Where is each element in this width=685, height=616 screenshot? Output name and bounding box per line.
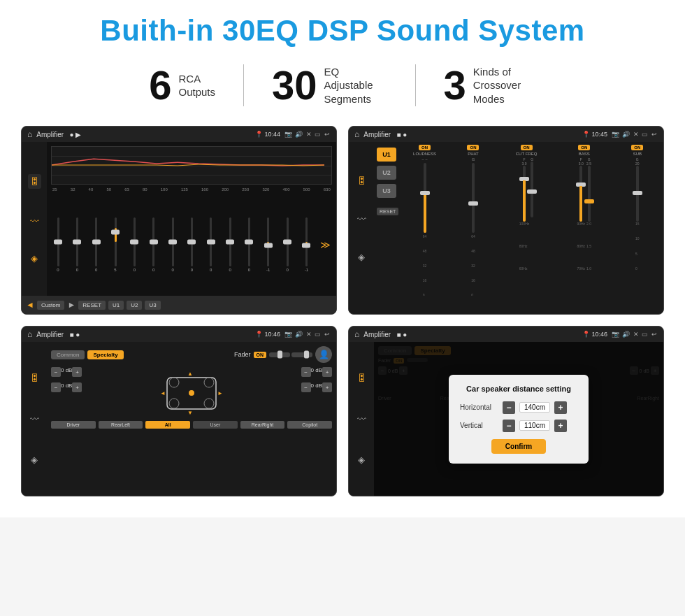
stat-eq-text: EQ AdjustableSegments bbox=[324, 65, 387, 106]
eq-slider-track-9[interactable] bbox=[229, 217, 231, 266]
cutfreq-on-btn[interactable]: ON bbox=[521, 145, 533, 150]
fader-h-thumb-2[interactable] bbox=[304, 351, 309, 359]
eq-slider-thumb-7[interactable] bbox=[187, 239, 196, 244]
cutfreq-f-track[interactable] bbox=[523, 166, 526, 222]
fader-sidebar-icon-1[interactable]: 🎛 bbox=[30, 373, 39, 383]
dialog-confirm-button[interactable]: Confirm bbox=[491, 439, 546, 454]
dialog-sidebar-icon-2[interactable]: 〰 bbox=[357, 414, 366, 424]
eq-slider-track-2[interactable] bbox=[95, 217, 97, 266]
eq-slider-track-10[interactable] bbox=[248, 217, 250, 266]
eq-slider-thumb-13[interactable] bbox=[302, 243, 310, 248]
eq-slider-thumb-3[interactable] bbox=[111, 229, 120, 234]
stats-row: 6 RCAOutputs 30 EQ AdjustableSegments 3 … bbox=[21, 64, 664, 106]
fader-copilot-btn[interactable]: Copilot bbox=[287, 421, 332, 429]
fader-db-plus-3[interactable]: + bbox=[322, 367, 332, 377]
fader-sidebar-icon-2[interactable]: 〰 bbox=[30, 414, 39, 424]
eq-right-arrows[interactable]: ≫ bbox=[320, 239, 331, 250]
bass-g-track[interactable] bbox=[588, 166, 591, 222]
eq-sidebar-icon-1[interactable]: 🎛 bbox=[28, 174, 41, 189]
fader-driver-btn[interactable]: Driver bbox=[51, 421, 96, 429]
fader-specialty-tab[interactable]: Specialty bbox=[87, 350, 123, 359]
eq-slider-4: 0 bbox=[129, 217, 140, 272]
eq-slider-thumb-8[interactable] bbox=[207, 239, 215, 244]
eq-slider-thumb-0[interactable] bbox=[54, 239, 62, 244]
eq-slider-2: 0 bbox=[91, 217, 102, 272]
eq-sidebar-icon-3[interactable]: ◈ bbox=[31, 253, 38, 264]
eq-reset-btn[interactable]: RESET bbox=[78, 301, 106, 310]
dialog-horizontal-minus[interactable]: − bbox=[503, 401, 515, 414]
eq-slider-thumb-1[interactable] bbox=[73, 239, 81, 244]
eq-slider-track-7[interactable] bbox=[191, 217, 193, 266]
fader-db-minus-3[interactable]: − bbox=[301, 367, 311, 377]
phat-on-btn[interactable]: ON bbox=[467, 145, 479, 150]
eq-sidebar-icon-2[interactable]: 〰 bbox=[30, 216, 39, 227]
fader-db-minus-1[interactable]: − bbox=[51, 367, 61, 377]
eq-slider-thumb-2[interactable] bbox=[92, 239, 101, 244]
fader-db-plus-1[interactable]: + bbox=[72, 367, 82, 377]
eq-slider-track-13[interactable] bbox=[305, 217, 308, 266]
bass-on-btn[interactable]: ON bbox=[578, 145, 590, 150]
fader-rearright-btn[interactable]: RearRight bbox=[240, 421, 285, 429]
cross-sidebar-icon-1[interactable]: 🎛 bbox=[357, 176, 366, 186]
fader-car-diagram: ▲ ▼ ◄ ► bbox=[86, 367, 296, 420]
eq-slider-track-8[interactable] bbox=[210, 217, 212, 266]
eq-slider-track-3[interactable] bbox=[115, 217, 117, 266]
eq-slider-track-11[interactable] bbox=[267, 217, 269, 266]
bass-f-track[interactable] bbox=[579, 166, 582, 222]
fader-h-slider-1[interactable] bbox=[269, 352, 290, 357]
phat-slider-thumb[interactable] bbox=[468, 201, 478, 206]
loudness-slider-track[interactable] bbox=[424, 163, 426, 233]
fader-rearleft-btn[interactable]: RearLeft bbox=[99, 421, 143, 429]
loudness-on-btn[interactable]: ON bbox=[419, 145, 431, 150]
eq-slider-thumb-9[interactable] bbox=[226, 239, 234, 244]
cross-sidebar-icon-3[interactable]: ◈ bbox=[358, 252, 365, 262]
dialog-sidebar-icon-3[interactable]: ◈ bbox=[358, 454, 365, 465]
sub-thumb[interactable] bbox=[633, 191, 642, 195]
fader-h-thumb-1[interactable] bbox=[277, 351, 282, 359]
eq-slider-thumb-6[interactable] bbox=[168, 239, 177, 244]
cross-reset-btn[interactable]: RESET bbox=[377, 208, 398, 215]
fader-db-minus-2[interactable]: − bbox=[51, 382, 61, 392]
fader-sidebar-icon-3[interactable]: ◈ bbox=[31, 454, 38, 465]
cross-u1-btn[interactable]: U1 bbox=[377, 148, 396, 162]
dialog-sidebar-icon-1[interactable]: 🎛 bbox=[357, 373, 366, 383]
cross-u3-btn[interactable]: U3 bbox=[377, 184, 396, 198]
eq-u1-btn[interactable]: U1 bbox=[108, 301, 124, 310]
fader-db-plus-4[interactable]: + bbox=[322, 382, 332, 392]
fader-on-btn[interactable]: ON bbox=[254, 352, 267, 358]
eq-u3-btn[interactable]: U3 bbox=[145, 301, 160, 310]
eq-slider-track-0[interactable] bbox=[57, 217, 59, 266]
eq-slider-thumb-12[interactable] bbox=[283, 239, 291, 244]
fader-user-btn[interactable]: User bbox=[193, 421, 238, 429]
cutfreq-g-thumb[interactable] bbox=[527, 189, 537, 194]
eq-slider-thumb-4[interactable] bbox=[130, 239, 138, 244]
dialog-vertical-minus[interactable]: − bbox=[503, 420, 515, 432]
dialog-vertical-plus[interactable]: + bbox=[554, 420, 567, 432]
fader-all-btn[interactable]: All bbox=[145, 421, 190, 429]
eq-slider-track-1[interactable] bbox=[76, 217, 78, 266]
bass-g-thumb[interactable] bbox=[584, 199, 594, 203]
eq-slider-thumb-11[interactable] bbox=[264, 243, 273, 248]
fader-h-slider-2[interactable] bbox=[291, 352, 312, 357]
eq-slider-track-6[interactable] bbox=[172, 217, 174, 266]
fader-db-minus-4[interactable]: − bbox=[301, 382, 311, 392]
eq-slider-8: 0 bbox=[206, 217, 217, 272]
eq-slider-track-5[interactable] bbox=[152, 217, 154, 266]
sub-track[interactable] bbox=[636, 166, 639, 222]
fader-common-tab[interactable]: Common bbox=[51, 350, 85, 359]
fader-db-plus-2[interactable]: + bbox=[72, 382, 82, 392]
cutfreq-g-track[interactable] bbox=[531, 162, 533, 217]
cross-u2-btn[interactable]: U2 bbox=[377, 166, 396, 180]
eq-slider-track-12[interactable] bbox=[287, 217, 289, 266]
eq-prev-btn[interactable]: ◄ bbox=[26, 300, 34, 310]
eq-slider-thumb-10[interactable] bbox=[245, 239, 253, 244]
eq-u2-btn[interactable]: U2 bbox=[127, 301, 142, 310]
sub-on-btn[interactable]: ON bbox=[631, 145, 643, 150]
cross-sidebar-icon-2[interactable]: 〰 bbox=[357, 214, 366, 224]
eq-slider-track-4[interactable] bbox=[134, 217, 136, 266]
eq-play-btn[interactable]: ► bbox=[67, 300, 75, 310]
eq-slider-thumb-5[interactable] bbox=[150, 239, 158, 244]
phat-slider-track[interactable] bbox=[472, 163, 475, 233]
dialog-horizontal-plus[interactable]: + bbox=[554, 401, 567, 414]
eq-custom-btn[interactable]: Custom bbox=[37, 301, 65, 310]
